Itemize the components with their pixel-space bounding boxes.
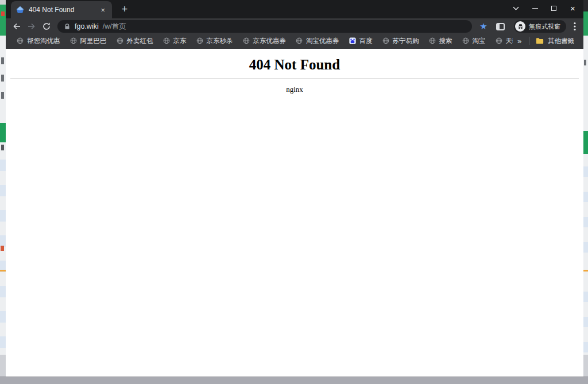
tab-404-not-found[interactable]: 404 Not Found × bbox=[11, 1, 112, 18]
site-favicon bbox=[16, 6, 24, 14]
divider bbox=[10, 79, 579, 79]
bookmark-label: 天猫 bbox=[506, 37, 513, 45]
bookmarks-separator bbox=[529, 37, 529, 45]
bookmarks-bar: 帮您淘优惠 阿里巴巴 外卖红包 京东 京东秒杀 京东优惠券 淘宝优惠券 百度 苏… bbox=[6, 34, 583, 49]
reload-button[interactable] bbox=[39, 20, 54, 33]
other-bookmarks-button[interactable]: 其他書籤 bbox=[532, 36, 578, 46]
bookmark-label: 百度 bbox=[359, 37, 373, 45]
globe-icon bbox=[196, 37, 203, 44]
globe-icon bbox=[163, 37, 170, 44]
background-bottom-strip bbox=[0, 377, 588, 384]
bookmark-label: 苏宁易购 bbox=[393, 37, 419, 45]
bookmark-item[interactable]: 百度 bbox=[345, 36, 377, 46]
server-signature: nginx bbox=[6, 85, 583, 94]
bookmark-label: 淘宝 bbox=[473, 37, 486, 45]
bookmark-item[interactable]: 京东秒杀 bbox=[192, 36, 237, 46]
globe-icon bbox=[496, 37, 502, 44]
bookmark-item[interactable]: 天猫 bbox=[492, 36, 513, 46]
globe-icon bbox=[17, 37, 24, 44]
bookmark-label: 帮您淘优惠 bbox=[27, 37, 60, 45]
bookmark-item[interactable]: 淘宝优惠券 bbox=[292, 36, 343, 46]
incognito-icon bbox=[515, 21, 525, 32]
bookmark-label: 淘宝优惠券 bbox=[306, 37, 339, 45]
globe-icon bbox=[70, 37, 77, 44]
back-button[interactable] bbox=[9, 20, 24, 33]
bookmarks-list: 帮您淘优惠 阿里巴巴 外卖红包 京东 京东秒杀 京东优惠券 淘宝优惠券 百度 苏… bbox=[13, 36, 513, 46]
globe-icon bbox=[382, 37, 389, 44]
background-window-edge-right bbox=[583, 0, 588, 377]
bookmarks-overflow-chevron[interactable]: » bbox=[513, 37, 526, 45]
bookmark-label: 外卖红包 bbox=[127, 37, 153, 45]
browser-window: 404 Not Found × + × bbox=[6, 0, 583, 377]
bookmark-label: 京东秒杀 bbox=[207, 37, 233, 45]
page-content: 404 Not Found nginx bbox=[6, 49, 583, 377]
menu-kebab-icon[interactable] bbox=[570, 22, 580, 31]
tab-title: 404 Not Found bbox=[29, 6, 94, 14]
forward-button[interactable] bbox=[24, 20, 39, 33]
bookmark-item[interactable]: 外卖红包 bbox=[113, 36, 157, 46]
bookmark-label: 搜索 bbox=[439, 37, 452, 45]
globe-icon bbox=[462, 37, 469, 44]
incognito-label: 無痕式視窗 bbox=[529, 22, 560, 31]
url-path: /w/首页 bbox=[103, 22, 126, 32]
bookmark-item[interactable]: 苏宁易购 bbox=[378, 36, 423, 46]
bookmark-label: 京东优惠券 bbox=[253, 37, 287, 45]
error-heading: 404 Not Found bbox=[6, 57, 583, 73]
bookmark-label: 阿里巴巴 bbox=[80, 37, 107, 45]
other-bookmarks-label: 其他書籤 bbox=[548, 37, 574, 45]
globe-icon bbox=[117, 37, 123, 44]
side-panel-icon[interactable] bbox=[496, 23, 505, 30]
bookmark-label: 京东 bbox=[173, 37, 187, 45]
bookmark-item[interactable]: 阿里巴巴 bbox=[66, 36, 111, 46]
address-bar[interactable]: fgo.wiki/w/首页 bbox=[57, 20, 472, 33]
baidu-icon bbox=[349, 37, 356, 44]
maximize-button[interactable] bbox=[544, 0, 563, 16]
folder-icon bbox=[536, 37, 544, 44]
new-tab-button[interactable]: + bbox=[117, 1, 133, 17]
window-controls: × bbox=[506, 0, 582, 16]
bookmark-item[interactable]: 淘宝 bbox=[458, 36, 490, 46]
globe-icon bbox=[429, 37, 436, 44]
globe-icon bbox=[243, 37, 250, 44]
url-host: fgo.wiki bbox=[75, 22, 99, 30]
tab-search-chevron-icon[interactable] bbox=[506, 0, 525, 16]
lock-icon bbox=[64, 23, 71, 30]
tab-strip: 404 Not Found × + × bbox=[6, 0, 583, 18]
minimize-button[interactable] bbox=[525, 0, 544, 16]
bookmark-item[interactable]: 京东优惠券 bbox=[239, 36, 291, 46]
close-window-button[interactable]: × bbox=[563, 0, 582, 16]
incognito-badge: 無痕式視窗 bbox=[514, 20, 566, 33]
tab-close-icon[interactable]: × bbox=[99, 6, 107, 14]
globe-icon bbox=[296, 37, 303, 44]
bookmark-star-icon[interactable]: ★ bbox=[477, 21, 490, 32]
bookmark-item[interactable]: 帮您淘优惠 bbox=[13, 36, 64, 46]
browser-toolbar: fgo.wiki/w/首页 ★ 無痕式視窗 bbox=[6, 18, 583, 34]
bookmark-item[interactable]: 京东 bbox=[159, 36, 191, 46]
bookmark-item[interactable]: 搜索 bbox=[425, 36, 457, 46]
background-window-edge-left bbox=[0, 0, 6, 377]
